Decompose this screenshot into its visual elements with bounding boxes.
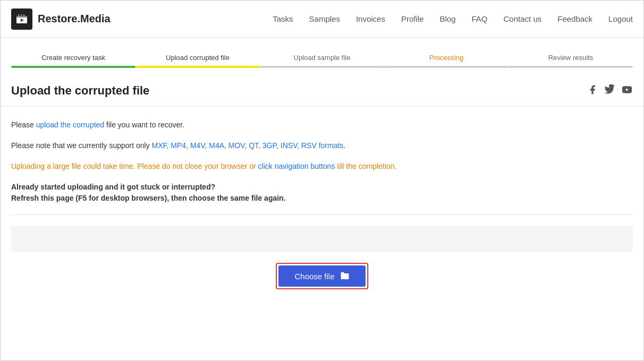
svg-rect-1 <box>16 16 27 18</box>
clapper-icon <box>15 13 28 25</box>
step-3-bar <box>260 66 384 68</box>
page-title: Upload the corrupted file <box>11 84 149 98</box>
step-create-task: Create recovery task <box>11 54 135 68</box>
info-line-2-before: Please note that we currently support on… <box>11 141 152 150</box>
choose-file-area: Choose file <box>11 263 633 289</box>
page-container: Restore.Media Tasks Samples Invoices Pro… <box>0 0 644 361</box>
content-divider <box>11 214 633 215</box>
step-review: Review results <box>509 54 633 68</box>
step-4-label: Processing <box>429 54 463 62</box>
logo-icon <box>11 8 32 30</box>
nav-samples[interactable]: Samples <box>309 14 340 23</box>
step-4-bar <box>384 66 509 68</box>
page-title-section: Upload the corrupted file <box>1 73 643 106</box>
svg-line-4 <box>23 14 24 16</box>
step-5-label: Review results <box>548 54 594 62</box>
nav-tasks[interactable]: Tasks <box>273 14 293 23</box>
svg-line-3 <box>21 14 22 16</box>
choose-file-button[interactable]: Choose file <box>278 265 365 287</box>
choose-file-wrapper: Choose file <box>276 263 368 289</box>
info-line-4-bold1: Already started uploading and it got stu… <box>11 183 215 191</box>
step-1-label: Create recovery task <box>41 54 105 62</box>
nav-logout[interactable]: Logout <box>608 14 633 23</box>
logo-area: Restore.Media <box>11 8 111 30</box>
info-line-2-formats: MXF, MP4, M4V, M4A, MOV, QT, 3GP, INSV, … <box>152 141 344 150</box>
youtube-icon[interactable] <box>621 84 633 98</box>
folder-icon <box>340 271 350 281</box>
info-line-1: Please upload the corrupted file you wan… <box>11 119 633 131</box>
step-3-label: Upload sample file <box>294 54 351 62</box>
info-line-2: Please note that we currently support on… <box>11 140 633 151</box>
site-logo-text: Restore.Media <box>38 13 111 25</box>
nav-blog[interactable]: Blog <box>439 14 455 23</box>
header: Restore.Media Tasks Samples Invoices Pro… <box>1 1 643 38</box>
social-icons <box>587 84 633 98</box>
step-upload-sample: Upload sample file <box>260 54 384 68</box>
info-line-4: Already started uploading and it got stu… <box>11 182 633 204</box>
step-processing: Processing <box>384 54 509 68</box>
step-2-bar <box>135 66 260 68</box>
nav-feedback[interactable]: Feedback <box>557 14 592 23</box>
info-line-3-link: click navigation buttons <box>258 162 335 170</box>
nav-contact[interactable]: Contact us <box>504 14 542 23</box>
twitter-icon[interactable] <box>604 84 615 98</box>
svg-line-2 <box>18 14 19 16</box>
nav-profile[interactable]: Profile <box>401 14 424 23</box>
nav-faq[interactable]: FAQ <box>472 14 488 23</box>
info-line-1-link: upload the corrupted <box>36 121 104 129</box>
choose-file-label: Choose file <box>294 272 334 281</box>
nav-invoices[interactable]: Invoices <box>356 14 385 23</box>
content-area: Please upload the corrupted file you wan… <box>1 106 643 303</box>
main-nav: Tasks Samples Invoices Profile Blog FAQ … <box>142 14 633 23</box>
step-5-bar <box>509 66 633 68</box>
step-1-bar <box>11 66 135 68</box>
info-line-3: Uploading a large file could take time. … <box>11 161 633 172</box>
upload-drop-area[interactable] <box>11 226 633 252</box>
step-2-label: Upload corrupted file <box>166 54 230 62</box>
info-line-1-after: file you want to recover. <box>104 121 184 129</box>
step-upload-corrupted: Upload corrupted file <box>135 54 260 68</box>
info-line-2-after: . <box>343 141 345 150</box>
steps-container: Create recovery task Upload corrupted fi… <box>1 38 643 68</box>
info-line-4-bold2: Refresh this page (F5 for desktop browse… <box>11 194 286 202</box>
facebook-icon[interactable] <box>587 84 598 98</box>
info-line-1-before: Please <box>11 121 36 129</box>
